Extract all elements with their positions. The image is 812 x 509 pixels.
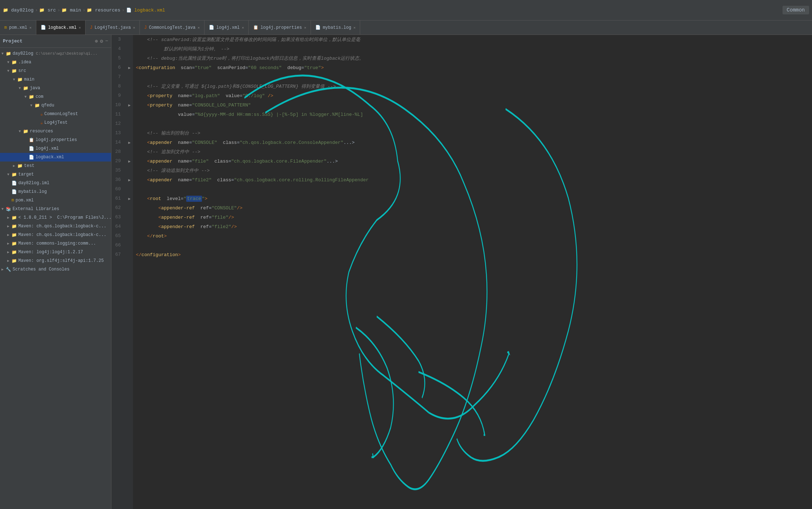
iml-icon: 📄: [12, 181, 17, 186]
code-line-8: <!-- 定义变量，可通过 ${log.path}和${CONSOLE_LOG_…: [133, 82, 812, 91]
sidebar-icon-settings[interactable]: ⚙: [100, 38, 103, 44]
tab-logback-close[interactable]: ✕: [79, 26, 81, 30]
tree-item-java[interactable]: ▼ 📁 java: [0, 84, 111, 92]
xml-icon-pom: m: [12, 198, 14, 203]
comment-8: <!-- 定义变量，可通过 ${log.path}和${CONSOLE_LOG_…: [136, 83, 336, 90]
line-num-36: 36: [114, 175, 123, 185]
tree-label-jdk: < 1.8.0_211 > C:\Program Files\J...: [18, 215, 111, 220]
code-line-64: <appender-ref ref="file2"/>: [133, 222, 812, 231]
gutter-64: [126, 222, 133, 231]
tree-item-log4j-props[interactable]: 📋 log4j.properties: [0, 136, 111, 144]
tree-item-src[interactable]: ▼ 📁 src: [0, 67, 111, 75]
code-line-67: </configuration>: [133, 250, 812, 259]
gutter-67: [126, 250, 133, 259]
tree-item-log4jtest[interactable]: ☕ Log4jTest: [0, 118, 111, 127]
tree-item-com[interactable]: ▼ 📁 com: [0, 92, 111, 101]
tree-item-test[interactable]: ▶ 📁 test: [0, 162, 111, 170]
tab-logback-xml[interactable]: 📄 logback.xml ✕: [36, 21, 86, 35]
breadcrumb-file: logback.xml: [134, 8, 165, 13]
folder-icon-commons: 📁: [12, 241, 17, 246]
arrow-logback-c2: ▶: [7, 233, 12, 237]
line-num-60: 60: [114, 185, 123, 194]
code-editor[interactable]: 3 4 5 6 7 8 9 10 11 12 13 14 28 29 35 36…: [111, 35, 812, 509]
code-line-11: value="%d{yyyy-MM-dd HH:mm:ss.SSS} |-[%-…: [133, 110, 812, 119]
sidebar-title: Project: [3, 38, 23, 44]
xml-icon-log4j: 📄: [29, 146, 34, 151]
tab-log4j-props-label: log4j.properties: [261, 25, 302, 30]
folder-icon-logback-c2: 📁: [12, 232, 17, 238]
tree-item-resources[interactable]: ▼ 📁 resources: [0, 127, 111, 136]
tree-item-commons-logging[interactable]: ▶ 📁 Maven: commons-logging:comm...: [0, 239, 111, 248]
folder-icon-ext-libs: 📚: [6, 206, 11, 212]
tab-pom-xml[interactable]: m pom.xml ✕: [0, 21, 36, 35]
tab-log4j-xml[interactable]: 📄 log4j.xml ✕: [205, 21, 249, 35]
tab-log4j-props-close[interactable]: ✕: [304, 26, 306, 30]
tree-item-qfedu[interactable]: ▼ 📁 qfedu: [0, 101, 111, 110]
line-num-29: 29: [114, 156, 123, 166]
tree-item-external-libs[interactable]: ▼ 📚 External Libraries: [0, 205, 111, 213]
punct-6-open: <: [136, 65, 139, 71]
line-num-3: 3: [114, 35, 123, 44]
tree-item-idea[interactable]: ▼ 📁 .idea: [0, 58, 111, 67]
top-bar: 📁 day82log › 📁 src › 📁 main › 📁 resource…: [0, 0, 812, 21]
gutter-14: ▶: [126, 138, 133, 147]
tree-label-root: day82log C:\Users\wgz\Desktop\qi...: [13, 51, 97, 56]
tree-item-mybatis-log[interactable]: 📄 mybatis.log: [0, 187, 111, 196]
tree-label-mybatis-log: mybatis.log: [18, 189, 47, 194]
sidebar-icons: ⊕ ⚙ −: [95, 38, 108, 44]
tab-log4j-props-icon: 📋: [253, 25, 258, 30]
folder-icon-com: 📁: [29, 94, 34, 100]
tab-mybatis-log-icon: 📄: [315, 25, 321, 30]
sidebar-icon-circle[interactable]: ⊕: [95, 38, 98, 44]
tab-commonlogtest-close[interactable]: ✕: [198, 26, 200, 30]
folder-icon-jdk: 📁: [12, 215, 17, 221]
tab-log4j-properties[interactable]: 📋 log4j.properties ✕: [249, 21, 311, 35]
tree-item-iml[interactable]: 📄 day82log.iml: [0, 179, 111, 187]
attr-debug: debug: [282, 65, 302, 71]
tab-pom-close[interactable]: ✕: [29, 26, 32, 30]
sidebar-icon-minus[interactable]: −: [105, 38, 108, 44]
tab-commonlogtest-label: CommonLogTest.java: [149, 25, 196, 30]
tab-log4j-xml-icon: 📄: [209, 25, 214, 30]
code-line-60: [133, 185, 812, 194]
tab-commonlogtest-java[interactable]: J CommonLogTest.java ✕: [140, 21, 205, 35]
arrow-commons-logging: ▶: [7, 241, 12, 246]
gutter-65: [126, 231, 133, 241]
tree-item-logback-xml[interactable]: 📄 logback.xml: [0, 153, 111, 162]
folder-icon-test: 📁: [17, 163, 23, 169]
arrow-qfedu: ▼: [30, 104, 35, 108]
tree-item-logback-c1[interactable]: ▶ 📁 Maven: ch.qos.logback:logback-c...: [0, 222, 111, 231]
tree-item-jdk[interactable]: ▶ 📁 < 1.8.0_211 > C:\Program Files\J...: [0, 213, 111, 222]
tab-log4jtest-java[interactable]: J Log4jTest.java ✕: [86, 21, 140, 35]
top-right: Common: [783, 6, 809, 14]
folder-icon-resources: 📁: [23, 129, 28, 134]
tree-item-log4j-dep[interactable]: ▶ 📁 Maven: log4j:log4j:1.2.17: [0, 248, 111, 256]
code-lines[interactable]: <!-- scanPeriod:设置监测配置文件是否有修改的时间间隔，如果没有给…: [133, 35, 812, 509]
tab-pom-label: pom.xml: [9, 25, 27, 30]
tree-item-log4j-xml[interactable]: 📄 log4j.xml: [0, 144, 111, 153]
tree-item-scratches[interactable]: ▶ 🔧 Scratches and Consoles: [0, 265, 111, 274]
project-tree: ▼ 📁 day82log C:\Users\wgz\Desktop\qi... …: [0, 48, 111, 509]
tab-mybatis-log-close[interactable]: ✕: [353, 26, 355, 30]
gutter-61: ▶: [126, 194, 133, 203]
gutter-36: ▶: [126, 175, 133, 185]
line-num-14: 14: [114, 138, 123, 147]
tree-item-pom-xml[interactable]: m pom.xml: [0, 196, 111, 205]
tab-mybatis-log[interactable]: 📄 mybatis.log ✕: [311, 21, 360, 35]
tree-item-commonlogtest[interactable]: ☕ CommonLogTest: [0, 110, 111, 118]
folder-icon-logback-c1: 📁: [12, 224, 17, 229]
tab-commonlogtest-icon: J: [144, 25, 147, 30]
tree-item-logback-c2[interactable]: ▶ 📁 Maven: ch.qos.logback:logback-c...: [0, 231, 111, 239]
folder-icon-java: 📁: [23, 86, 28, 91]
tree-item-main[interactable]: ▼ 📁 main: [0, 75, 111, 84]
tree-item-root[interactable]: ▼ 📁 day82log C:\Users\wgz\Desktop\qi...: [0, 49, 111, 58]
line-num-6: 6: [114, 63, 123, 72]
tab-log4jtest-close[interactable]: ✕: [133, 26, 135, 30]
tree-item-slf4j[interactable]: ▶ 📁 Maven: org.slf4j:slf4j-api:1.7.25: [0, 256, 111, 265]
tree-label-com: com: [36, 94, 43, 99]
tree-item-target[interactable]: ▼ 📁 target: [0, 170, 111, 179]
arrow-log4jtest: [36, 121, 40, 125]
properties-icon: 📋: [29, 137, 34, 143]
gutter-11: [126, 110, 133, 119]
tab-log4j-xml-close[interactable]: ✕: [242, 26, 244, 30]
